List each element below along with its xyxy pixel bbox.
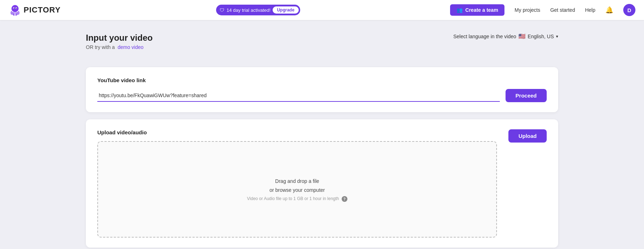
drop-zone[interactable]: Drag and drop a file or browse your comp… — [97, 141, 497, 238]
youtube-input-row: Proceed — [97, 89, 547, 102]
nav-help[interactable]: Help — [585, 7, 595, 13]
language-selector[interactable]: Select language in the video 🇺🇸 English,… — [453, 33, 558, 40]
drop-zone-sub-text: Video or Audio file up to 1 GB or 1 hour… — [247, 196, 347, 202]
page-subtitle: OR try with a demo video — [86, 44, 153, 50]
trial-text: 14 day trial activated! — [226, 8, 270, 13]
language-value: English, US — [528, 34, 554, 39]
logo-text: PICTORY — [24, 5, 61, 15]
pictory-logo-icon — [9, 4, 21, 16]
help-icon[interactable]: ? — [342, 196, 347, 202]
upload-card-title: Upload video/audio — [97, 129, 497, 135]
logo-area: PICTORY — [9, 4, 61, 16]
drag-drop-text: Drag and drop a file — [269, 177, 325, 186]
app-header: PICTORY 🛡 14 day trial activated! Upgrad… — [0, 0, 644, 20]
language-label: Select language in the video — [453, 34, 516, 39]
avatar[interactable]: D — [623, 4, 635, 16]
nav-my-projects[interactable]: My projects — [514, 7, 540, 13]
upload-card: Upload video/audio Drag and drop a file … — [86, 119, 558, 248]
proceed-button[interactable]: Proceed — [506, 89, 547, 102]
youtube-card: YouTube video link Proceed — [86, 67, 558, 112]
demo-video-link[interactable]: demo video — [118, 44, 143, 50]
drop-zone-main-text: Drag and drop a file or browse your comp… — [269, 177, 325, 195]
youtube-url-input[interactable] — [97, 90, 500, 102]
upgrade-button[interactable]: Upgrade — [273, 6, 299, 14]
bell-icon[interactable]: 🔔 — [605, 6, 613, 14]
page-header: Input your video OR try with a demo vide… — [86, 33, 153, 50]
trial-badge: 🛡 14 day trial activated! Upgrade — [216, 5, 300, 15]
svg-point-0 — [11, 5, 19, 12]
youtube-card-title: YouTube video link — [97, 77, 547, 83]
header-nav: 👥 Create a team My projects Get started … — [450, 4, 635, 16]
people-icon: 👥 — [457, 7, 463, 13]
upload-button[interactable]: Upload — [508, 129, 547, 143]
svg-point-4 — [16, 8, 17, 9]
browse-text: or browse your computer — [269, 186, 325, 195]
create-team-label: Create a team — [465, 7, 498, 13]
chevron-down-icon: ▾ — [556, 34, 558, 39]
subtitle-prefix: OR try with a — [86, 44, 115, 50]
trial-icon: 🛡 — [220, 8, 224, 13]
page-title: Input your video — [86, 33, 153, 43]
create-team-button[interactable]: 👥 Create a team — [450, 4, 505, 16]
main-content: Input your video OR try with a demo vide… — [0, 20, 644, 249]
flag-icon: 🇺🇸 — [518, 33, 526, 40]
nav-get-started[interactable]: Get started — [550, 7, 575, 13]
svg-point-3 — [14, 8, 14, 9]
